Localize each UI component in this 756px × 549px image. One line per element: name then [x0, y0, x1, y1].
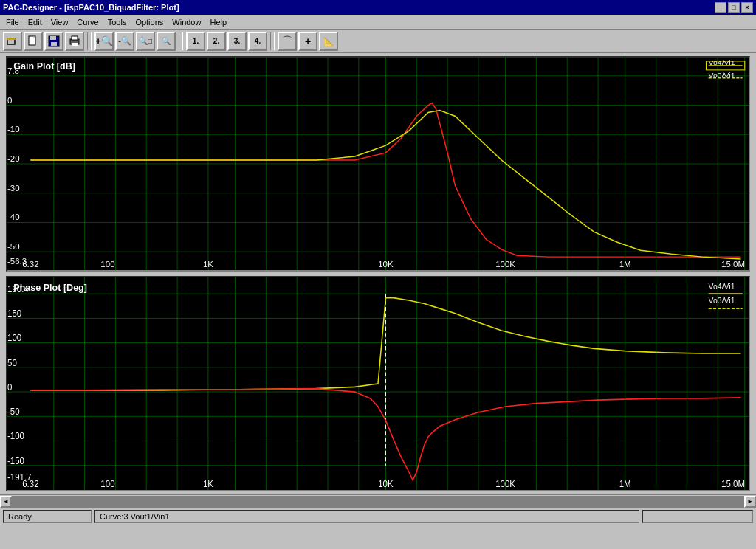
svg-text:-30: -30: [7, 184, 20, 193]
main-content: 7.8 0 -10 -20 -30 -40 -50 -56.3 6.32 100…: [0, 53, 756, 494]
scroll-left-button[interactable]: ◄: [0, 496, 12, 508]
svg-text:Vo4/Vi1: Vo4/Vi1: [709, 281, 735, 290]
menu-options[interactable]: Options: [131, 16, 168, 28]
svg-text:-20: -20: [7, 154, 20, 163]
toolbar-measure[interactable]: 📐: [319, 32, 338, 51]
toolbar-sep-1: [87, 32, 92, 50]
menu-window[interactable]: Window: [168, 16, 205, 28]
toolbar-sep-2: [179, 32, 183, 50]
toolbar-new[interactable]: [24, 32, 43, 51]
toolbar-print[interactable]: [65, 32, 84, 51]
toolbar: +🔍 -🔍 🔍□ 🔍 1. 2. 3. 4. ⌒ + 📐: [0, 30, 756, 53]
svg-text:15.0M: 15.0M: [721, 478, 745, 488]
svg-text:-100: -100: [7, 431, 24, 441]
window-title: PAC-Designer - [ispPAC10_BiquadFilter: P…: [3, 3, 179, 12]
title-bar-controls[interactable]: _ □ ×: [715, 2, 753, 13]
toolbar-num4[interactable]: 4.: [248, 32, 267, 51]
svg-text:Gain Plot [dB]: Gain Plot [dB]: [13, 61, 75, 72]
svg-text:6.32: 6.32: [22, 260, 38, 269]
toolbar-zoom-fit[interactable]: 🔍: [157, 32, 176, 51]
scroll-track[interactable]: [12, 496, 744, 508]
toolbar-zoom-out[interactable]: -🔍: [115, 32, 134, 51]
svg-text:-40: -40: [7, 213, 20, 222]
gain-plot-canvas: 7.8 0 -10 -20 -30 -40 -50 -56.3 6.32 100…: [7, 58, 749, 270]
phase-plot-svg: 190.4 150 100 50 0 -50 -100 -150 -191.7 …: [7, 277, 749, 490]
svg-text:1K: 1K: [203, 260, 214, 269]
svg-text:100: 100: [100, 478, 115, 488]
toolbar-zoom-in[interactable]: +🔍: [94, 32, 114, 51]
svg-text:1K: 1K: [203, 478, 213, 488]
toolbar-num2[interactable]: 2.: [207, 32, 226, 51]
toolbar-num1[interactable]: 1.: [186, 32, 205, 51]
menu-bar: File Edit View Curve Tools Options Windo…: [0, 15, 756, 30]
status-curve: Curve:3 Vout1/Vin1: [94, 510, 639, 523]
svg-text:10K: 10K: [378, 260, 394, 269]
toolbar-add[interactable]: +: [298, 32, 317, 51]
svg-text:Vo4/Vi1: Vo4/Vi1: [709, 58, 735, 66]
gain-plot-panel: 7.8 0 -10 -20 -30 -40 -50 -56.3 6.32 100…: [6, 56, 750, 272]
minimize-button[interactable]: _: [715, 2, 726, 13]
svg-text:Vo3/Vi1: Vo3/Vi1: [709, 296, 735, 305]
svg-text:10K: 10K: [378, 478, 394, 488]
svg-rect-6: [72, 36, 78, 40]
toolbar-zoom-rect[interactable]: 🔍□: [136, 32, 155, 51]
toolbar-sep-3: [270, 32, 275, 50]
menu-view[interactable]: View: [47, 16, 73, 28]
menu-file[interactable]: File: [1, 16, 24, 28]
menu-tools[interactable]: Tools: [103, 16, 131, 28]
horizontal-scrollbar[interactable]: ◄ ►: [0, 494, 756, 508]
svg-text:1M: 1M: [619, 260, 631, 269]
status-bar: Ready Curve:3 Vout1/Vin1: [0, 508, 756, 524]
scroll-right-button[interactable]: ►: [744, 496, 756, 508]
svg-text:-50: -50: [7, 407, 20, 417]
phase-plot-panel: 190.4 150 100 50 0 -50 -100 -150 -191.7 …: [6, 276, 750, 491]
svg-text:0: 0: [7, 96, 12, 105]
gain-plot-svg: 7.8 0 -10 -20 -30 -40 -50 -56.3 6.32 100…: [7, 58, 749, 270]
svg-text:Phase Plot [Deg]: Phase Plot [Deg]: [13, 281, 87, 292]
svg-text:1M: 1M: [619, 478, 631, 488]
svg-rect-7: [72, 43, 78, 46]
svg-text:0: 0: [7, 382, 13, 393]
svg-text:150: 150: [7, 308, 22, 319]
status-coords: [642, 510, 753, 523]
svg-text:50: 50: [7, 357, 17, 367]
title-bar: PAC-Designer - [ispPAC10_BiquadFilter: P…: [0, 0, 756, 15]
toolbar-num3[interactable]: 3.: [227, 32, 247, 51]
toolbar-curve[interactable]: ⌒: [278, 32, 297, 51]
svg-rect-3: [50, 36, 56, 40]
toolbar-save[interactable]: [44, 32, 63, 51]
svg-text:Vo3/Vi1: Vo3/Vi1: [709, 71, 735, 79]
svg-text:100: 100: [7, 333, 22, 343]
svg-text:100: 100: [100, 260, 114, 269]
close-button[interactable]: ×: [741, 2, 753, 13]
svg-text:-50: -50: [7, 242, 20, 251]
svg-text:15.0M: 15.0M: [721, 260, 745, 269]
svg-text:100K: 100K: [495, 478, 515, 488]
svg-rect-4: [51, 42, 57, 46]
svg-text:-150: -150: [7, 455, 24, 466]
menu-curve[interactable]: Curve: [72, 16, 103, 28]
status-ready: Ready: [3, 510, 92, 523]
svg-text:6.32: 6.32: [22, 478, 38, 488]
svg-text:100K: 100K: [495, 260, 515, 269]
maximize-button[interactable]: □: [728, 2, 740, 13]
toolbar-open[interactable]: [3, 32, 22, 51]
menu-help[interactable]: Help: [205, 16, 231, 28]
svg-text:-10: -10: [7, 125, 20, 134]
phase-plot-canvas: 190.4 150 100 50 0 -50 -100 -150 -191.7 …: [7, 277, 749, 490]
menu-edit[interactable]: Edit: [24, 16, 47, 28]
